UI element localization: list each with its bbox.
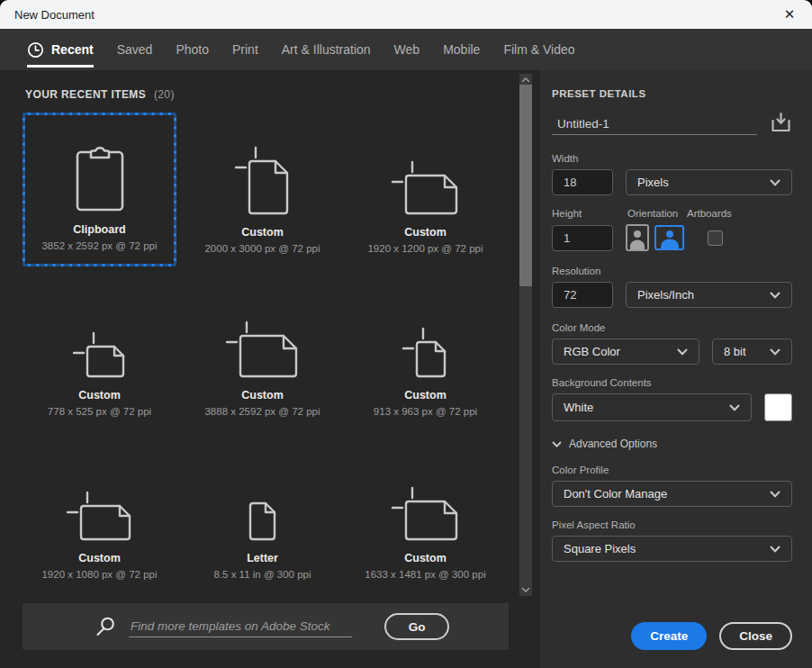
recent-item-dimensions: 8.5 x 11 in @ 300 ppi xyxy=(213,569,311,580)
recent-item-name: Custom xyxy=(404,389,447,402)
tab-label: Web xyxy=(394,42,420,57)
advanced-options-toggle[interactable]: Advanced Options xyxy=(552,438,792,450)
search-input[interactable] xyxy=(129,616,352,637)
artboards-checkbox[interactable] xyxy=(708,230,723,246)
recent-item[interactable]: Custom3888 x 2592 px @ 72 ppi xyxy=(185,275,339,429)
pixel-aspect-ratio-label: Pixel Aspect Ratio xyxy=(552,519,792,530)
custom-doc-landscape-small-icon xyxy=(71,288,129,382)
dialog-content: YOUR RECENT ITEMS (20) Clipboard3852 x 2… xyxy=(0,70,812,668)
recent-items-count: (20) xyxy=(154,88,175,101)
recent-item[interactable]: Custom778 x 525 px @ 72 ppi xyxy=(23,275,176,429)
category-tab-bar: RecentSavedPhotoPrintArt & IllustrationW… xyxy=(0,29,812,70)
chevron-down-icon xyxy=(770,292,780,299)
recent-item-name: Custom xyxy=(78,552,121,564)
width-unit-value: Pixels xyxy=(637,176,669,189)
bit-depth-select[interactable]: 8 bit xyxy=(712,339,792,365)
width-input[interactable] xyxy=(552,169,613,195)
recent-item[interactable]: Custom1920 x 1080 px @ 72 ppi xyxy=(23,438,176,592)
chevron-down-icon xyxy=(770,491,780,498)
adobe-stock-search-bar: Go xyxy=(23,603,509,650)
recent-item[interactable]: Clipboard3852 x 2592 px @ 72 ppi xyxy=(23,113,176,266)
tab-label: Photo xyxy=(176,42,209,57)
search-icon xyxy=(95,616,116,637)
create-button[interactable]: Create xyxy=(631,622,707,650)
recent-item[interactable]: Custom1920 x 1200 px @ 72 ppi xyxy=(348,113,502,266)
portrait-orientation-icon[interactable] xyxy=(626,224,649,251)
width-label: Width xyxy=(552,153,792,164)
tab-print[interactable]: Print xyxy=(232,29,258,70)
preset-details-header: PRESET DETAILS xyxy=(552,88,792,99)
scrollbar-thumb[interactable] xyxy=(519,85,532,286)
recent-item[interactable]: Custom2000 x 3000 px @ 72 ppi xyxy=(185,113,339,266)
recent-item-dimensions: 913 x 963 px @ 72 ppi xyxy=(374,406,477,417)
recent-item[interactable]: Letter8.5 x 11 in @ 300 ppi xyxy=(185,438,339,592)
tab-label: Print xyxy=(232,42,258,57)
tab-label: Saved xyxy=(117,42,153,57)
background-color-swatch[interactable] xyxy=(764,393,792,421)
clock-icon xyxy=(27,41,44,59)
letter-doc-icon xyxy=(245,451,280,545)
background-contents-select[interactable]: White xyxy=(552,393,752,421)
chevron-down-icon xyxy=(770,179,780,186)
save-preset-icon[interactable] xyxy=(770,112,792,135)
height-label: Height xyxy=(552,208,627,219)
recent-item[interactable]: Custom1633 x 1481 px @ 300 ppi xyxy=(348,438,502,592)
custom-doc-wide-icon xyxy=(65,451,135,545)
recent-item-name: Custom xyxy=(78,389,121,402)
recent-item-name: Clipboard xyxy=(73,223,125,236)
landscape-orientation-icon[interactable] xyxy=(654,225,684,250)
tab-web[interactable]: Web xyxy=(394,29,420,70)
recent-item-dimensions: 1920 x 1200 px @ 72 ppi xyxy=(367,243,483,254)
chevron-down-icon xyxy=(729,404,740,411)
custom-doc-landscape-large-icon xyxy=(224,288,302,382)
resolution-input[interactable] xyxy=(552,282,613,308)
recent-item-dimensions: 3852 x 2592 px @ 72 ppi xyxy=(41,240,157,251)
height-input[interactable] xyxy=(552,225,613,251)
advanced-options-label: Advanced Options xyxy=(569,438,657,450)
recent-item-dimensions: 2000 x 3000 px @ 72 ppi xyxy=(204,243,320,254)
pixel-aspect-ratio-select[interactable]: Square Pixels xyxy=(552,536,792,562)
tab-film-video[interactable]: Film & Video xyxy=(503,29,574,70)
new-document-dialog: New Document ✕ RecentSavedPhotoPrintArt … xyxy=(0,0,812,668)
bit-depth-value: 8 bit xyxy=(724,345,746,358)
resolution-label: Resolution xyxy=(552,266,792,276)
resolution-unit-select[interactable]: Pixels/Inch xyxy=(626,282,792,308)
recent-item[interactable]: Custom913 x 963 px @ 72 ppi xyxy=(348,275,502,429)
close-icon[interactable]: ✕ xyxy=(776,0,803,29)
color-profile-value: Don't Color Manage xyxy=(564,487,667,501)
color-mode-label: Color Mode xyxy=(552,322,792,333)
tab-photo[interactable]: Photo xyxy=(176,29,209,70)
tab-saved[interactable]: Saved xyxy=(117,29,153,70)
tab-recent[interactable]: Recent xyxy=(27,29,94,70)
custom-doc-landscape-icon xyxy=(390,451,462,545)
recent-item-name: Letter xyxy=(247,552,278,564)
tab-label: Mobile xyxy=(443,42,480,57)
background-contents-value: White xyxy=(564,401,593,414)
close-button[interactable]: Close xyxy=(719,622,792,650)
go-button[interactable]: Go xyxy=(384,613,449,640)
recent-item-name: Custom xyxy=(241,389,284,402)
custom-doc-portrait-small-icon xyxy=(401,288,450,382)
scrollbar[interactable] xyxy=(519,74,532,596)
scroll-up-icon[interactable] xyxy=(519,74,532,86)
tab-art-illustration[interactable]: Art & Illustration xyxy=(282,29,371,70)
color-profile-select[interactable]: Don't Color Manage xyxy=(552,481,792,507)
tab-label: Art & Illustration xyxy=(282,42,371,57)
document-name-input[interactable] xyxy=(552,113,757,135)
recent-item-name: Custom xyxy=(241,226,284,239)
recent-item-dimensions: 3888 x 2592 px @ 72 ppi xyxy=(204,406,320,417)
scroll-down-icon[interactable] xyxy=(519,583,532,596)
orientation-label: Orientation xyxy=(627,208,687,219)
artboards-label: Artboards xyxy=(687,208,732,219)
preset-details-panel: PRESET DETAILS Width Pixels Height Orien… xyxy=(540,70,812,668)
chevron-down-icon xyxy=(770,348,780,356)
recent-items-panel: YOUR RECENT ITEMS (20) Clipboard3852 x 2… xyxy=(0,70,540,668)
color-mode-select[interactable]: RGB Color xyxy=(552,339,699,365)
recent-item-dimensions: 778 x 525 px @ 72 ppi xyxy=(48,406,151,417)
clipboard-icon xyxy=(69,122,131,216)
recent-item-dimensions: 1920 x 1080 px @ 72 ppi xyxy=(41,569,157,580)
width-unit-select[interactable]: Pixels xyxy=(626,169,792,195)
tab-mobile[interactable]: Mobile xyxy=(443,29,480,70)
chevron-down-icon xyxy=(770,546,780,553)
resolution-unit-value: Pixels/Inch xyxy=(637,288,694,302)
